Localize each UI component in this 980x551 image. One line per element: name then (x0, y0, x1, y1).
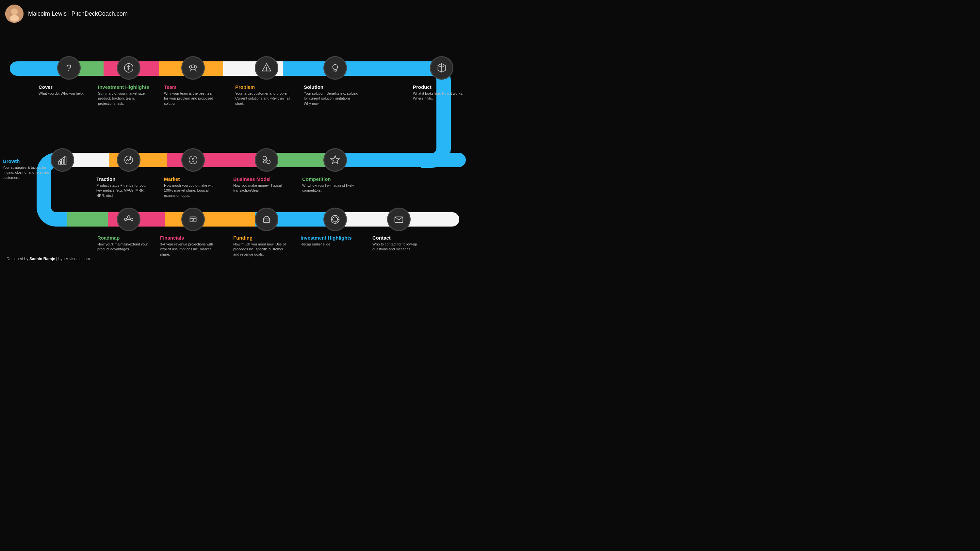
growth-title: Growth (3, 158, 58, 164)
label-product: Product What it looks like. How it works… (413, 84, 468, 101)
node-product (430, 56, 453, 79)
label-roadmap: Roadmap How you'll maintain/extend your … (97, 235, 153, 252)
svg-point-19 (125, 156, 133, 164)
invhigh2-desc: Recap earlier slide. (301, 242, 352, 247)
market-desc: How much you could make with 100% market… (164, 183, 220, 198)
svg-point-41 (332, 217, 337, 222)
invhigh-title: Investment Highlights (98, 84, 154, 90)
svg-point-10 (332, 65, 337, 70)
svg-text:FUND: FUND (262, 219, 270, 222)
svg-rect-17 (64, 157, 66, 165)
svg-text:$: $ (192, 218, 194, 221)
financials-title: Financials (160, 235, 216, 241)
svg-rect-15 (59, 161, 61, 164)
label-funding: Funding How much you need now. Use of pr… (233, 235, 289, 257)
competition-desc: Why/how you'll win against likely compet… (302, 183, 358, 193)
product-title: Product (413, 84, 468, 90)
node-business-model (255, 148, 278, 172)
cover-title: Cover (38, 84, 84, 90)
svg-point-26 (264, 160, 266, 163)
solution-desc: Your solution. Benefits inc. solving for… (304, 91, 360, 106)
bizmodel-desc: How you make money. Typical transaction/… (233, 183, 289, 193)
label-team: Team Why your team is the best team for … (164, 84, 220, 106)
footer-text: Designed by (6, 257, 29, 261)
market-title: Market (164, 176, 220, 182)
label-investment-highlights: Investment Highlights Summary of your ma… (98, 84, 154, 106)
svg-line-34 (129, 218, 131, 218)
svg-point-3 (11, 8, 18, 15)
footer: Designed by Sachin Ramje | hyper-visuals… (6, 257, 90, 261)
traction-title: Traction (96, 176, 152, 182)
node-roadmap (117, 208, 140, 231)
footer-website: | hyper-visuals.com (55, 257, 90, 261)
label-growth: Growth Your strategies & tactics for fin… (3, 158, 58, 180)
label-solution: Solution Your solution. Benefits inc. so… (304, 84, 360, 106)
node-traction (117, 148, 140, 172)
infographic: ? (0, 29, 476, 253)
growth-desc: Your strategies & tactics for finding, c… (3, 165, 58, 180)
funding-desc: How much you need now. Use of proceeds i… (233, 242, 289, 257)
competition-title: Competition (302, 176, 358, 182)
node-investment-highlights-2 (323, 208, 347, 231)
contact-desc: Who to contact for follow-up questions a… (372, 242, 428, 252)
team-title: Team (164, 84, 220, 90)
label-contact: Contact Who to contact for follow-up que… (372, 235, 428, 252)
node-funding: FUND (255, 208, 278, 231)
traction-desc: Product status + trends for your key met… (96, 183, 152, 198)
label-traction: Traction Product status + trends for you… (96, 176, 152, 198)
avatar (5, 5, 24, 23)
bizmodel-title: Business Model (233, 176, 289, 182)
label-business-model: Business Model How you make money. Typic… (233, 176, 289, 193)
label-market: Market How much you could make with 100%… (164, 176, 220, 198)
team-desc: Why your team is the best team for your … (164, 91, 220, 106)
node-problem (255, 56, 278, 79)
label-financials: Financials 3-4 year revenue projections … (160, 235, 216, 257)
roadmap-desc: How you'll maintain/extend your product … (97, 242, 153, 252)
financials-desc: 3-4 year revenue projections with explic… (160, 242, 216, 257)
svg-marker-28 (331, 156, 339, 164)
node-investment-highlights (117, 56, 140, 79)
node-market: $ (181, 148, 205, 172)
node-solution (323, 56, 347, 79)
problem-desc: Your target customer and problem. Curren… (235, 91, 291, 106)
svg-point-9 (266, 69, 267, 70)
node-cover: ? (57, 56, 81, 79)
problem-title: Problem (235, 84, 291, 90)
product-desc: What it looks like. How it works. Where … (413, 91, 468, 101)
svg-point-2 (10, 15, 19, 22)
footer-designer: Sachin Ramje (29, 257, 55, 261)
label-competition: Competition Why/how you'll win against l… (302, 176, 358, 193)
label-cover: Cover What you do. Who you help. (38, 84, 84, 96)
node-competition (323, 148, 347, 172)
invhigh-desc: Summary of your market size, product, tr… (98, 91, 154, 106)
label-problem: Problem Your target customer and problem… (235, 84, 291, 106)
solution-title: Solution (304, 84, 360, 90)
label-investment-highlights-2: Investment Highlights Recap earlier slid… (301, 235, 352, 247)
node-financials: $ (181, 208, 205, 231)
node-contact (387, 208, 410, 231)
node-team (181, 56, 205, 79)
header: Malcolm Lewis | PitchDeckCoach.com (5, 5, 128, 23)
svg-line-27 (266, 159, 267, 160)
contact-title: Contact (372, 235, 428, 241)
svg-line-33 (126, 218, 128, 218)
invhigh2-title: Investment Highlights (301, 235, 352, 241)
header-title: Malcolm Lewis | PitchDeckCoach.com (28, 10, 128, 17)
svg-rect-16 (61, 159, 64, 164)
funding-title: Funding (233, 235, 289, 241)
roadmap-title: Roadmap (97, 235, 153, 241)
cover-desc: What you do. Who you help. (38, 91, 84, 96)
